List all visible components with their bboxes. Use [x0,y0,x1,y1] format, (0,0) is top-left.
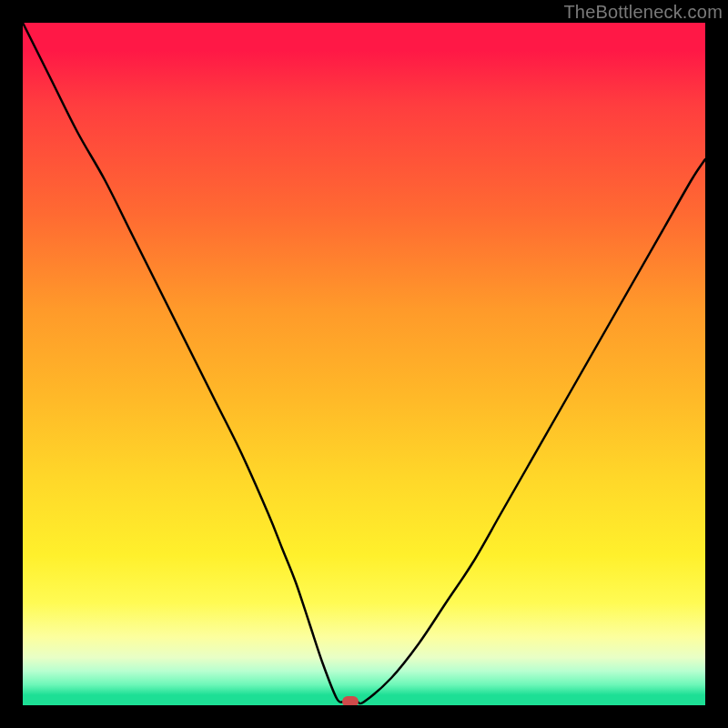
plot-area [23,23,705,705]
optimum-marker [342,696,359,705]
chart-frame: TheBottleneck.com [0,0,728,728]
bottleneck-curve [23,23,705,705]
watermark-text: TheBottleneck.com [563,2,723,23]
